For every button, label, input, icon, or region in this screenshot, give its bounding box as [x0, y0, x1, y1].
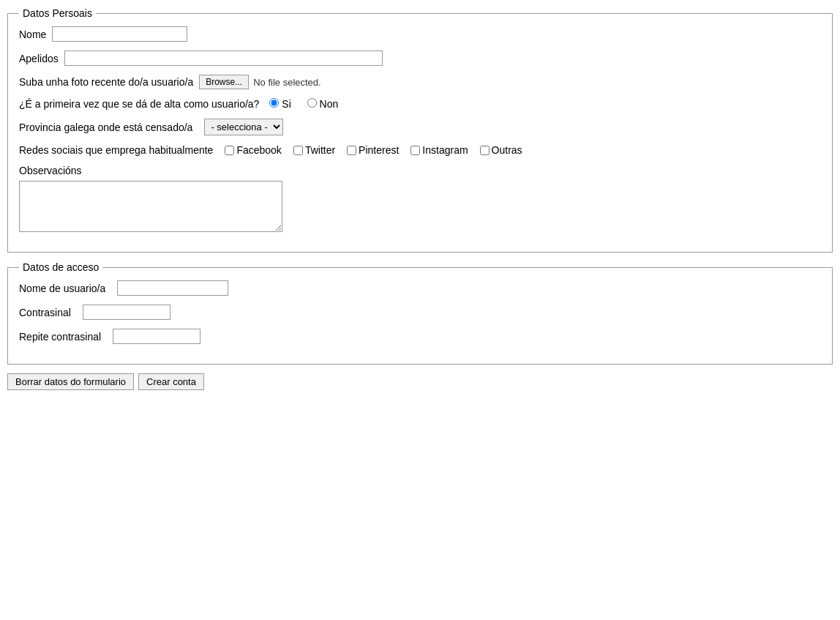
observacions-textarea[interactable]	[19, 181, 282, 232]
primera-vez-row: ¿É a primeira vez que se dá de alta como…	[19, 98, 821, 110]
facebook-label: Facebook	[236, 144, 281, 156]
provincia-select[interactable]: - selecciona - A Coruña Lugo Ourense Pon…	[204, 119, 283, 135]
instagram-item: Instagram	[410, 144, 473, 156]
si-label: Si	[282, 98, 290, 110]
contrasinal-label: Contrasinal	[19, 307, 71, 318]
twitter-item: Twitter	[293, 144, 341, 156]
provincia-row: Provincia galega onde está censado/a - s…	[19, 119, 821, 135]
observacions-row: Observacións	[19, 165, 821, 232]
non-label: Non	[320, 98, 339, 110]
repite-input[interactable]	[113, 329, 200, 344]
foto-label: Suba unha foto recente do/a usuario/a	[19, 76, 193, 88]
non-radio[interactable]	[307, 98, 317, 108]
redes-label: Redes sociais que emprega habitualmente	[19, 144, 213, 156]
outras-item: Outras	[480, 144, 528, 156]
pinterest-checkbox[interactable]	[347, 146, 356, 155]
pinterest-item: Pinterest	[347, 144, 405, 156]
redes-checkbox-group: Facebook Twitter Pinterest Instagram Out…	[225, 144, 530, 156]
redes-row: Redes sociais que emprega habitualmente …	[19, 144, 821, 156]
username-label: Nome de usuario/a	[19, 283, 105, 294]
nome-label: Nome	[19, 29, 46, 40]
nome-row: Nome	[19, 26, 821, 42]
si-radio[interactable]	[269, 98, 279, 108]
contrasinal-row: Contrasinal	[19, 305, 821, 320]
username-row: Nome de usuario/a	[19, 280, 821, 296]
apelidos-input[interactable]	[64, 51, 383, 66]
contrasinal-input[interactable]	[83, 305, 170, 320]
button-row: Borrar datos do formulario Crear conta	[7, 373, 833, 390]
no-file-text: No file selected.	[253, 77, 321, 88]
twitter-checkbox[interactable]	[293, 146, 303, 155]
repite-row: Repite contrasinal	[19, 329, 821, 344]
datos-acceso-legend: Datos de acceso	[19, 261, 102, 273]
username-input[interactable]	[117, 280, 228, 296]
datos-persoais-legend: Datos Persoais	[19, 7, 96, 19]
apelidos-label: Apelidos	[19, 53, 59, 64]
crear-button[interactable]: Crear conta	[138, 373, 204, 390]
twitter-label: Twitter	[305, 144, 335, 156]
provincia-label: Provincia galega onde está censado/a	[19, 122, 192, 133]
datos-acceso-fieldset: Datos de acceso Nome de usuario/a Contra…	[7, 261, 833, 365]
apelidos-row: Apelidos	[19, 51, 821, 66]
observacions-label: Observacións	[19, 165, 82, 176]
borrar-button[interactable]: Borrar datos do formulario	[7, 373, 134, 390]
facebook-item: Facebook	[225, 144, 287, 156]
datos-persoais-fieldset: Datos Persoais Nome Apelidos Suba unha f…	[7, 7, 833, 253]
facebook-checkbox[interactable]	[225, 146, 234, 155]
browse-button[interactable]: Browse...	[199, 75, 249, 89]
nome-input[interactable]	[52, 26, 187, 42]
foto-row: Suba unha foto recente do/a usuario/a Br…	[19, 75, 821, 89]
outras-checkbox[interactable]	[480, 146, 490, 155]
instagram-checkbox[interactable]	[410, 146, 420, 155]
primera-vez-label: ¿É a primeira vez que se dá de alta como…	[19, 98, 259, 110]
instagram-label: Instagram	[422, 144, 468, 156]
outras-label: Outras	[492, 144, 522, 156]
pinterest-label: Pinterest	[359, 144, 399, 156]
radio-group: Si Non	[269, 98, 344, 110]
repite-label: Repite contrasinal	[19, 331, 101, 343]
